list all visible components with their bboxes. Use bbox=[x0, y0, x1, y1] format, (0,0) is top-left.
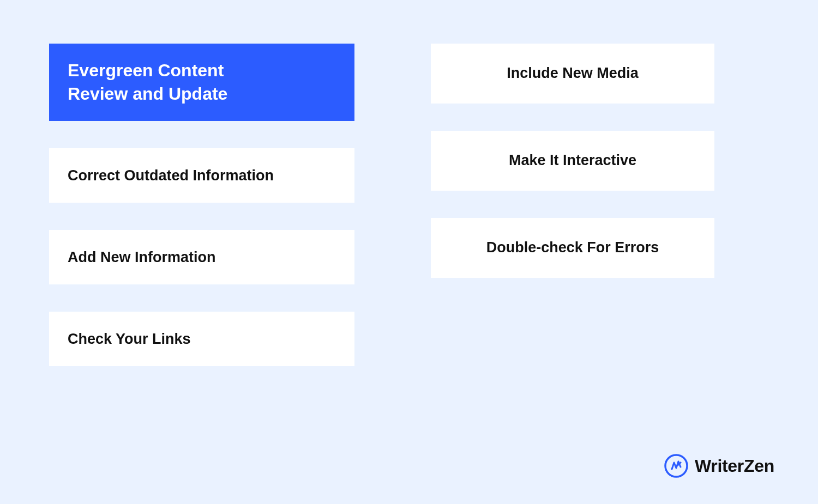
right-item-2: Make It Interactive bbox=[431, 131, 714, 191]
title-line1: Evergreen Content bbox=[68, 60, 224, 80]
left-column: Evergreen Content Review and Update Corr… bbox=[49, 44, 354, 366]
title-text: Evergreen Content Review and Update bbox=[68, 59, 227, 106]
left-item-3-label: Check Your Links bbox=[68, 330, 191, 349]
right-item-2-label: Make It Interactive bbox=[509, 151, 636, 170]
title-line2: Review and Update bbox=[68, 84, 227, 104]
left-item-1-label: Correct Outdated Information bbox=[68, 166, 274, 185]
left-item-2-label: Add New Information bbox=[68, 248, 216, 267]
right-item-1-label: Include New Media bbox=[507, 64, 639, 83]
right-item-3: Double-check For Errors bbox=[431, 218, 714, 278]
brand-name: WriterZen bbox=[695, 456, 774, 476]
right-item-3-label: Double-check For Errors bbox=[486, 238, 659, 257]
left-item-2: Add New Information bbox=[49, 230, 354, 284]
left-item-1: Correct Outdated Information bbox=[49, 148, 354, 203]
title-card: Evergreen Content Review and Update bbox=[49, 44, 354, 121]
brand-logo: WriterZen bbox=[664, 454, 774, 478]
writerzen-icon bbox=[664, 454, 688, 478]
left-item-3: Check Your Links bbox=[49, 312, 354, 366]
right-column: Include New Media Make It Interactive Do… bbox=[431, 44, 714, 366]
diagram-container: Evergreen Content Review and Update Corr… bbox=[0, 0, 818, 366]
right-item-1: Include New Media bbox=[431, 44, 714, 104]
